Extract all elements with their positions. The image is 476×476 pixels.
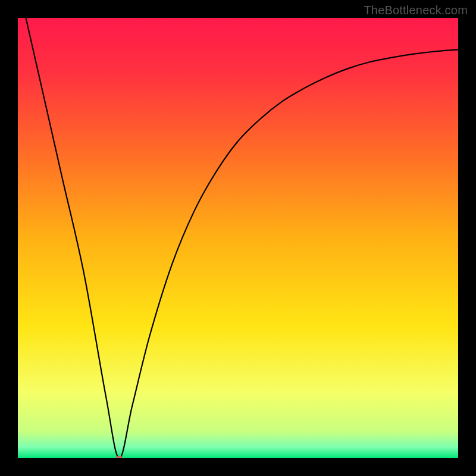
chart-frame: TheBottleneck.com [0, 0, 476, 476]
attribution-text: TheBottleneck.com [364, 4, 468, 17]
gradient-background [18, 18, 458, 458]
plot-area [18, 18, 458, 458]
chart-svg [18, 18, 458, 458]
